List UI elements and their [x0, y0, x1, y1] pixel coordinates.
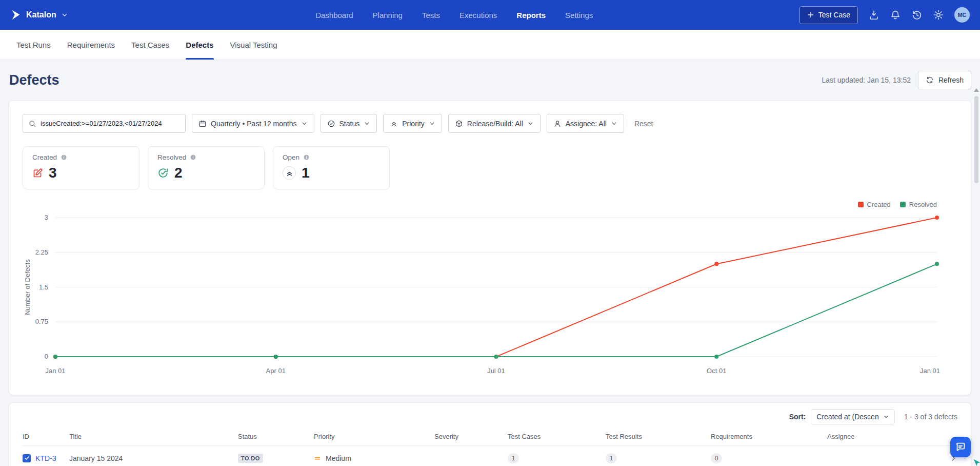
chart-legend: CreatedResolved [23, 201, 957, 208]
nav-item-tests[interactable]: Tests [422, 11, 440, 20]
open-chevrons-icon [283, 166, 296, 180]
history-icon[interactable] [911, 9, 923, 21]
requirements-count-badge[interactable]: 0 [711, 453, 722, 463]
create-test-case-button[interactable]: Test Case [799, 6, 858, 24]
download-icon[interactable] [868, 9, 879, 21]
assignee-filter[interactable]: Assignee: All [547, 114, 624, 133]
legend-item-resolved[interactable]: Resolved [900, 201, 937, 208]
stat-created-value: 3 [49, 165, 57, 181]
scrollbar-thumb[interactable] [974, 96, 978, 183]
page-header: Defects Last updated: Jan 15, 13:52 Refr… [0, 60, 980, 100]
chevron-down-icon [429, 120, 435, 127]
tab-test-runs[interactable]: Test Runs [16, 30, 51, 60]
vertical-scrollbar[interactable] [974, 88, 979, 464]
row-checkbox[interactable] [23, 454, 31, 462]
column-header-test-results[interactable]: Test Results [606, 433, 711, 440]
column-header-requirements[interactable]: Requirements [711, 433, 827, 440]
defect-id-link[interactable]: KTD-3 [35, 454, 56, 462]
svg-text:Jan 01: Jan 01 [920, 367, 940, 375]
column-header-severity[interactable]: Severity [434, 433, 508, 440]
chevron-down-icon [611, 120, 617, 127]
column-header-assignee[interactable]: Assignee [827, 433, 937, 440]
katalon-logo [10, 9, 22, 21]
svg-text:0.75: 0.75 [35, 318, 48, 325]
brand[interactable]: Katalon [10, 9, 68, 21]
sort-select[interactable]: Created at (Descen [811, 409, 894, 424]
result-count: 1 - 3 of 3 defects [904, 413, 957, 421]
release-build-filter[interactable]: Release/Build: All [448, 114, 541, 133]
nav-item-settings[interactable]: Settings [565, 11, 593, 20]
test-results-count-badge[interactable]: 1 [606, 453, 617, 463]
filter-toolbar: Quarterly • Past 12 months Status Priori… [23, 114, 957, 133]
column-header-status[interactable]: Status [238, 433, 314, 440]
chevron-down-icon [883, 414, 889, 420]
info-icon[interactable] [190, 154, 196, 161]
table-header-row: ID Title Status Priority Severity Test C… [23, 428, 957, 446]
nav-item-reports[interactable]: Reports [516, 11, 546, 20]
search-input[interactable] [41, 120, 180, 127]
user-avatar[interactable]: MC [954, 7, 970, 23]
svg-text:Jan 01: Jan 01 [45, 367, 65, 375]
column-header-title[interactable]: Title [69, 433, 238, 440]
svg-text:Number of Defects: Number of Defects [24, 259, 31, 315]
nav-item-dashboard[interactable]: Dashboard [315, 11, 353, 20]
defect-search-box[interactable] [23, 114, 186, 133]
legend-label: Resolved [909, 201, 937, 208]
primary-nav: Dashboard Planning Tests Executions Repo… [68, 11, 799, 20]
assignee-filter-label: Assignee: All [566, 120, 607, 128]
report-tabs: Test Runs Requirements Test Cases Defect… [0, 30, 980, 60]
priority-filter[interactable]: Priority [383, 114, 442, 133]
stat-card-resolved: Resolved 2 [148, 146, 265, 189]
defect-stats: Created 3 Resolved [23, 146, 957, 189]
refresh-button[interactable]: Refresh [918, 71, 971, 89]
settings-gear-icon[interactable] [933, 9, 944, 21]
scrollbar-up-arrow[interactable] [974, 88, 979, 92]
column-header-id[interactable]: ID [23, 433, 69, 440]
date-range-filter[interactable]: Quarterly • Past 12 months [192, 114, 314, 133]
table-toolbar: Sort: Created at (Descen 1 - 3 of 3 defe… [23, 409, 957, 424]
test-cases-count-badge[interactable]: 1 [508, 453, 519, 463]
date-range-label: Quarterly • Past 12 months [211, 120, 297, 128]
defects-report-card: Quarterly • Past 12 months Status Priori… [9, 100, 971, 395]
check-circle-icon [327, 120, 335, 128]
top-navigation-bar: Katalon Dashboard Planning Tests Executi… [0, 0, 980, 30]
defect-title[interactable]: January 15 2024 [69, 454, 238, 462]
tab-requirements[interactable]: Requirements [67, 30, 115, 60]
nav-item-planning[interactable]: Planning [373, 11, 403, 20]
brand-name: Katalon [26, 10, 56, 20]
tab-visual-testing[interactable]: Visual Testing [230, 30, 277, 60]
legend-swatch [900, 202, 906, 207]
legend-label: Created [867, 201, 891, 208]
stat-resolved-value: 2 [174, 165, 183, 181]
info-icon[interactable] [303, 154, 310, 161]
refresh-label: Refresh [938, 76, 964, 84]
legend-swatch [858, 202, 864, 207]
legend-item-created[interactable]: Created [858, 201, 891, 208]
stat-resolved-label: Resolved [157, 153, 186, 161]
sort-label: Sort: [789, 413, 806, 421]
last-updated-text: Last updated: Jan 15, 13:52 [822, 76, 911, 84]
chevron-down-icon [61, 11, 68, 18]
column-header-priority[interactable]: Priority [314, 433, 434, 440]
stat-card-created: Created 3 [23, 146, 139, 189]
svg-text:1.5: 1.5 [39, 283, 48, 291]
svg-text:Jul 01: Jul 01 [487, 367, 505, 375]
chevron-down-icon [364, 120, 370, 127]
chevron-down-icon [301, 120, 308, 127]
notifications-bell-icon[interactable] [890, 9, 901, 21]
status-filter[interactable]: Status [321, 114, 377, 133]
sort-select-value: Created at (Descen [816, 413, 878, 421]
nav-right-actions: Test Case MC [799, 6, 970, 24]
reset-filters-link[interactable]: Reset [634, 120, 653, 128]
tab-test-cases[interactable]: Test Cases [131, 30, 169, 60]
info-icon[interactable] [61, 154, 67, 161]
stat-open-value: 1 [302, 165, 310, 181]
search-icon [28, 120, 36, 128]
chevron-down-icon [527, 120, 534, 127]
svg-text:Oct 01: Oct 01 [707, 367, 726, 375]
column-header-test-cases[interactable]: Test Cases [508, 433, 606, 440]
tab-defects[interactable]: Defects [186, 30, 213, 60]
help-chat-button[interactable] [950, 437, 971, 457]
nav-item-executions[interactable]: Executions [459, 11, 497, 20]
table-row[interactable]: KTD-3 January 15 2024 TO DO Medium 1 1 0 [23, 446, 957, 466]
